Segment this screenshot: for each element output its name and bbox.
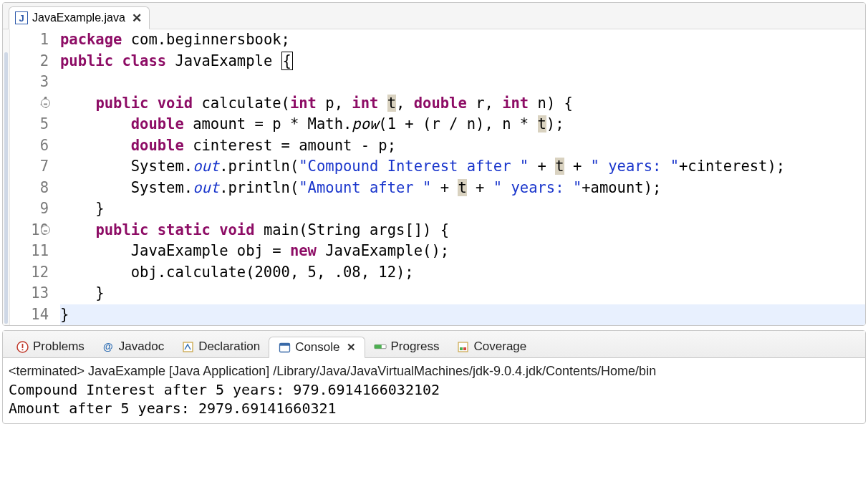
editor-tab-active[interactable]: J JavaExample.java ✕: [9, 6, 150, 29]
code-line[interactable]: [60, 72, 865, 93]
tab-console[interactable]: Console ✕: [269, 337, 365, 358]
svg-rect-8: [458, 342, 468, 352]
console-body: <terminated> JavaExample [Java Applicati…: [3, 358, 865, 423]
gutter-line: 1: [10, 29, 49, 51]
coverage-icon: [457, 340, 470, 353]
gutter-line: 10: [10, 220, 49, 241]
svg-rect-2: [21, 349, 23, 350]
gutter-line: 7: [10, 156, 49, 178]
at-icon: @: [102, 340, 115, 353]
editor-pane: J JavaExample.java ✕ 1234567891011121314…: [2, 2, 866, 326]
gutter-line: 3: [10, 72, 49, 93]
code-area[interactable]: 1234567891011121314 package com.beginner…: [3, 29, 865, 325]
console-status-line: <terminated> JavaExample [Java Applicati…: [9, 364, 859, 379]
gutter-line: 13: [10, 283, 49, 304]
fold-range-marker: [4, 52, 8, 324]
tab-coverage[interactable]: Coverage: [448, 336, 536, 357]
console-icon: [278, 341, 291, 354]
svg-rect-3: [183, 342, 193, 352]
code-line[interactable]: double amount = p * Math.pow(1 + (r / n)…: [60, 114, 865, 135]
code-line[interactable]: package com.beginnersbook;: [60, 29, 865, 51]
bottom-pane: Problems @ Javadoc Declaration Console ✕…: [2, 330, 866, 424]
tab-label: Problems: [33, 339, 85, 354]
declaration-icon: [181, 340, 194, 353]
tab-label: Progress: [391, 339, 440, 354]
tab-label: Console: [295, 340, 339, 355]
svg-rect-9: [460, 347, 463, 350]
code-line[interactable]: System.out.println("Amount after " + t +…: [60, 178, 865, 199]
code-line[interactable]: public class JavaExample {: [60, 51, 865, 72]
line-number-gutter: 1234567891011121314: [10, 29, 53, 325]
tab-problems[interactable]: Problems: [7, 336, 93, 357]
tab-javadoc[interactable]: @ Javadoc: [93, 336, 173, 357]
gutter-line: 6: [10, 135, 49, 157]
code-line[interactable]: public void calculate(int p, int t, doub…: [60, 93, 865, 115]
code-line[interactable]: }: [60, 198, 865, 220]
progress-icon: [374, 340, 387, 353]
gutter-line: 9: [10, 198, 49, 220]
fold-toggle-icon[interactable]: [41, 226, 50, 235]
close-icon[interactable]: ✕: [347, 341, 356, 354]
code-line[interactable]: JavaExample obj = new JavaExample();: [60, 241, 865, 262]
svg-rect-10: [463, 347, 466, 350]
fold-toggle-icon[interactable]: [41, 99, 50, 108]
tab-progress[interactable]: Progress: [365, 336, 448, 357]
code-line[interactable]: }: [60, 283, 865, 304]
code-line[interactable]: obj.calculate(2000, 5, .08, 12);: [60, 262, 865, 284]
editor-tab-label: JavaExample.java: [32, 11, 125, 24]
gutter-line: 12: [10, 262, 49, 284]
code-line[interactable]: }: [60, 304, 865, 326]
gutter-line: 14: [10, 304, 49, 326]
gutter-line: 11: [10, 241, 49, 262]
gutter-line: 8: [10, 178, 49, 199]
code-line[interactable]: double cinterest = amount - p;: [60, 135, 865, 157]
console-output: Compound Interest after 5 years: 979.691…: [9, 380, 859, 418]
svg-rect-5: [279, 343, 289, 345]
code-line[interactable]: System.out.println("Compound Interest af…: [60, 156, 865, 178]
gutter-line: 4: [10, 93, 49, 115]
bottom-tab-strip: Problems @ Javadoc Declaration Console ✕…: [3, 331, 865, 358]
svg-rect-7: [374, 344, 381, 348]
code-line[interactable]: public static void main(String args[]) {: [60, 220, 865, 241]
svg-rect-1: [21, 344, 23, 348]
code-lines[interactable]: package com.beginnersbook;public class J…: [53, 29, 865, 325]
close-icon[interactable]: ✕: [132, 11, 142, 26]
tab-declaration[interactable]: Declaration: [173, 336, 269, 357]
tab-label: Javadoc: [119, 339, 164, 354]
gutter-line: 5: [10, 114, 49, 135]
editor-tab-strip: J JavaExample.java ✕: [3, 3, 865, 29]
tab-label: Coverage: [474, 339, 527, 354]
warning-icon: [16, 340, 29, 353]
tab-label: Declaration: [198, 339, 260, 354]
gutter-line: 2: [10, 51, 49, 72]
java-file-icon: J: [15, 11, 28, 24]
folding-overview-strip: [3, 29, 10, 325]
